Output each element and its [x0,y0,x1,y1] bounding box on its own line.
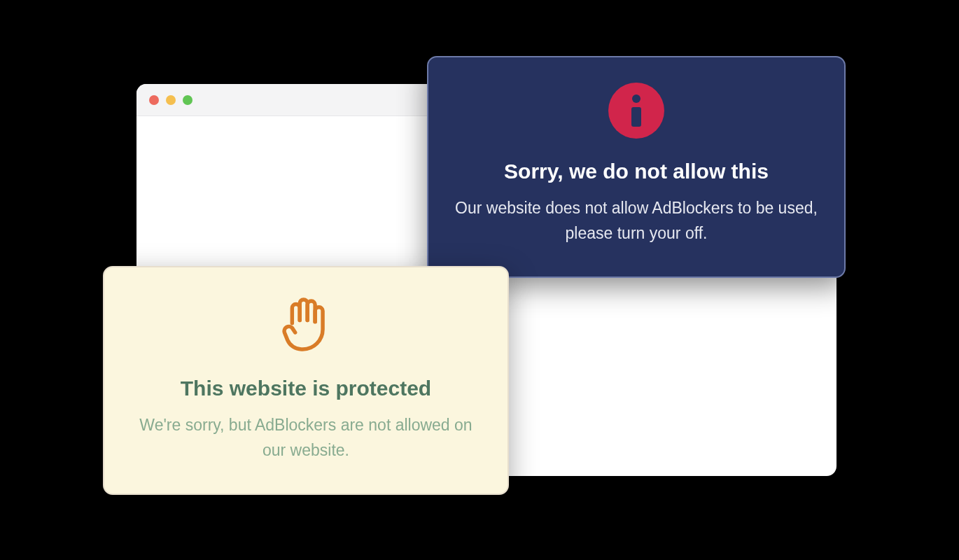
dark-dialog-title: Sorry, we do not allow this [454,160,819,183]
hand-stop-icon [278,291,334,358]
traffic-light-zoom-icon [183,95,192,105]
adblock-dialog-cream: This website is protected We're sorry, b… [103,266,509,495]
illustration-stage: Sorry, we do not allow this Our website … [0,0,959,560]
adblock-dialog-dark: Sorry, we do not allow this Our website … [427,56,846,278]
info-icon [608,83,664,139]
dark-dialog-body: Our website does not allow AdBlockers to… [454,196,819,246]
traffic-light-close-icon [149,95,159,105]
traffic-light-minimize-icon [166,95,176,105]
cream-dialog-body: We're sorry, but AdBlockers are not allo… [132,413,479,463]
cream-dialog-title: This website is protected [132,377,479,400]
